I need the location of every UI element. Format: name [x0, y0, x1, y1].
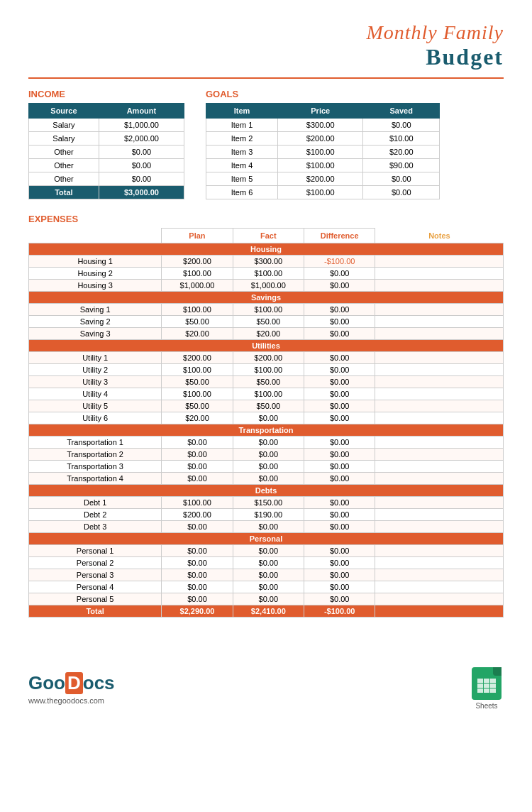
footer: GooDocs www.thegoodocs.com Sheets: [28, 660, 504, 710]
exp-row-name: Saving 1: [29, 304, 162, 316]
exp-row-fact: $0.00: [233, 593, 304, 605]
expense-category-row: Personal: [29, 533, 504, 545]
exp-row-notes: [375, 437, 504, 449]
exp-row-name: Transportation 2: [29, 449, 162, 461]
logo-goo: Goo: [28, 672, 65, 693]
exp-row-notes: [375, 461, 504, 473]
expense-category-name: Housing: [29, 243, 504, 256]
exp-row-notes: [375, 352, 504, 364]
exp-row-diff: $0.00: [304, 400, 375, 412]
expenses-title: EXPENSES: [28, 214, 504, 224]
exp-row-diff: $0.00: [304, 497, 375, 509]
exp-row-diff: $0.00: [304, 388, 375, 400]
footer-logo: GooDocs: [28, 672, 115, 694]
exp-row-name: Personal 2: [29, 557, 162, 569]
expense-data-row: Housing 2 $100.00 $100.00 $0.00: [29, 268, 504, 280]
goals-price: $100.00: [277, 186, 362, 199]
exp-row-notes: [375, 569, 504, 581]
exp-row-diff: $0.00: [304, 509, 375, 521]
exp-row-notes: [375, 545, 504, 557]
exp-row-notes: [375, 376, 504, 388]
grid-cell: [490, 684, 496, 688]
income-amount: $0.00: [99, 159, 184, 172]
exp-row-fact: $0.00: [233, 521, 304, 533]
grid-cell: [484, 679, 489, 683]
exp-row-diff: $0.00: [304, 593, 375, 605]
exp-row-notes: [375, 509, 504, 521]
income-row: Other$0.00: [29, 172, 184, 186]
exp-row-notes: [375, 400, 504, 412]
expense-data-row: Saving 3 $20.00 $20.00 $0.00: [29, 328, 504, 340]
goals-row: Item 1$300.00$0.00: [206, 119, 440, 132]
exp-row-plan: $100.00: [162, 364, 233, 376]
exp-row-fact: $50.00: [233, 316, 304, 328]
goals-row: Item 4$100.00$90.00: [206, 159, 440, 172]
exp-row-name: Personal 4: [29, 581, 162, 593]
exp-row-fact: $0.00: [233, 545, 304, 557]
exp-row-name: Saving 3: [29, 328, 162, 340]
income-total-row: Total$3,000.00: [29, 186, 184, 199]
expense-category-name: Transportation: [29, 424, 504, 437]
expense-data-row: Transportation 3 $0.00 $0.00 $0.00: [29, 461, 504, 473]
exp-row-name: Housing 2: [29, 268, 162, 280]
exp-row-fact: $100.00: [233, 304, 304, 316]
exp-row-notes: [375, 521, 504, 533]
exp-row-notes: [375, 388, 504, 400]
goals-col-saved: Saved: [363, 104, 440, 119]
exp-col-notes: Notes: [375, 229, 504, 243]
exp-row-fact: $0.00: [233, 412, 304, 424]
exp-row-notes: [375, 316, 504, 328]
exp-row-fact: $20.00: [233, 328, 304, 340]
goals-item: Item 1: [206, 119, 278, 132]
expense-category-name: Debts: [29, 485, 504, 497]
exp-row-name: Utility 1: [29, 352, 162, 364]
exp-row-plan: $0.00: [162, 449, 233, 461]
exp-row-diff: $0.00: [304, 316, 375, 328]
goals-row: Item 3$100.00$20.00: [206, 146, 440, 159]
exp-row-notes: [375, 581, 504, 593]
expense-data-row: Utility 3 $50.00 $50.00 $0.00: [29, 376, 504, 388]
header-title-line2: Budget: [28, 44, 504, 70]
goals-item: Item 3: [206, 146, 278, 159]
exp-row-notes: [375, 364, 504, 376]
goals-col-item: Item: [206, 104, 278, 119]
goals-price: $200.00: [277, 172, 362, 186]
exp-row-name: Transportation 4: [29, 473, 162, 485]
footer-logo-area: GooDocs www.thegoodocs.com: [28, 672, 115, 705]
exp-row-plan: $200.00: [162, 352, 233, 364]
exp-row-fact: $100.00: [233, 388, 304, 400]
exp-row-fact: $0.00: [233, 557, 304, 569]
income-col-amount: Amount: [99, 104, 184, 119]
grid-cell: [490, 688, 496, 693]
exp-row-fact: $50.00: [233, 400, 304, 412]
exp-row-plan: $0.00: [162, 581, 233, 593]
expense-data-row: Transportation 2 $0.00 $0.00 $0.00: [29, 449, 504, 461]
goals-row: Item 2$200.00$10.00: [206, 132, 440, 146]
exp-row-plan: $20.00: [162, 328, 233, 340]
logo-ocs: ocs: [83, 672, 115, 693]
income-source: Other: [29, 159, 99, 172]
grid-cell: [477, 684, 483, 688]
exp-col-name: [29, 229, 162, 243]
exp-row-fact: $50.00: [233, 376, 304, 388]
exp-row-diff: $0.00: [304, 280, 375, 292]
goals-row: Item 5$200.00$0.00: [206, 172, 440, 186]
exp-row-diff: $0.00: [304, 376, 375, 388]
expense-category-name: Savings: [29, 292, 504, 304]
income-col-source: Source: [29, 104, 99, 119]
income-table: Source Amount Salary$1,000.00Salary$2,00…: [28, 103, 184, 199]
exp-row-plan: $0.00: [162, 461, 233, 473]
sheets-label: Sheets: [475, 702, 497, 710]
exp-total-plan: $2,290.00: [162, 605, 233, 618]
goals-price: $100.00: [277, 146, 362, 159]
expense-data-row: Debt 2 $200.00 $190.00 $0.00: [29, 509, 504, 521]
expense-data-row: Housing 1 $200.00 $300.00 -$100.00: [29, 256, 504, 268]
expense-data-row: Utility 5 $50.00 $50.00 $0.00: [29, 400, 504, 412]
expense-data-row: Utility 6 $20.00 $0.00 $0.00: [29, 412, 504, 424]
income-amount: $0.00: [99, 146, 184, 159]
exp-row-name: Utility 2: [29, 364, 162, 376]
header-title-line1: Monthly Family: [28, 21, 504, 44]
exp-row-diff: $0.00: [304, 473, 375, 485]
exp-row-plan: $0.00: [162, 521, 233, 533]
exp-row-fact: $100.00: [233, 268, 304, 280]
